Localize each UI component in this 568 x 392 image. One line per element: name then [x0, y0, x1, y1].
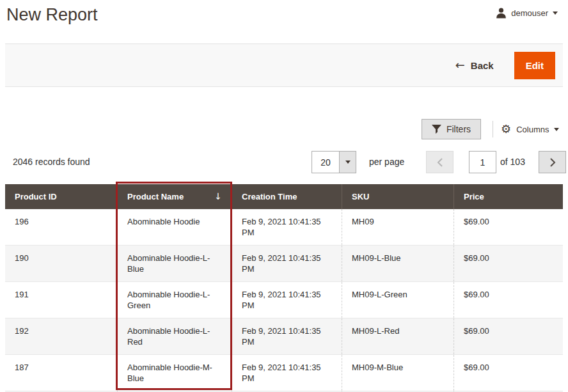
chevron-right-icon — [549, 157, 556, 168]
cell-creation-time: Feb 9, 2021 10:41:35 PM — [232, 209, 342, 245]
per-page-value: 20 — [312, 152, 339, 173]
cell-price: $69.00 — [454, 209, 563, 245]
chevron-left-icon — [437, 157, 443, 168]
column-header-price[interactable]: Price — [454, 184, 563, 209]
cell-price: $69.00 — [454, 318, 563, 354]
columns-label: Columns — [516, 125, 549, 134]
cell-price: $69.00 — [454, 246, 563, 281]
user-name: demouser — [511, 8, 548, 18]
cell-product-id: 192 — [5, 318, 117, 354]
per-page-label: per page — [369, 151, 404, 173]
cell-creation-time: Feb 9, 2021 10:41:35 PM — [232, 282, 342, 318]
products-grid: Product ID Product Name ↓ Creation Time … — [5, 184, 563, 392]
sort-desc-icon: ↓ — [214, 192, 222, 201]
column-header-product-name-label: Product Name — [127, 192, 184, 201]
back-button[interactable]: ← Back — [455, 59, 494, 71]
chevron-down-icon — [345, 161, 351, 164]
user-icon — [496, 8, 507, 19]
back-arrow-icon: ← — [455, 59, 465, 71]
per-page-select[interactable]: 20 — [312, 151, 356, 173]
cell-creation-time: Feb 9, 2021 10:41:35 PM — [232, 318, 342, 354]
table-row: 192 Abominable Hoodie-L-Red Feb 9, 2021 … — [5, 318, 563, 355]
filters-button-label: Filters — [446, 124, 471, 134]
page-title: New Report — [6, 5, 98, 25]
cell-product-id: 196 — [5, 209, 117, 245]
current-page-input[interactable] — [469, 151, 496, 173]
cell-sku: MH09-L-Green — [342, 282, 454, 318]
columns-control[interactable]: ⚙ Columns — [501, 119, 559, 139]
cell-price: $69.00 — [454, 282, 563, 318]
previous-page-button[interactable] — [426, 151, 454, 173]
edit-button[interactable]: Edit — [514, 52, 555, 79]
chevron-down-icon — [554, 128, 559, 131]
cell-product-id: 187 — [5, 355, 117, 391]
cell-product-id: 191 — [5, 282, 117, 318]
filters-button[interactable]: Filters — [422, 119, 481, 139]
table-row: 187 Abominable Hoodie-M-Blue Feb 9, 2021… — [5, 355, 563, 391]
cell-sku: MH09 — [342, 209, 454, 245]
grid-header-row: Product ID Product Name ↓ Creation Time … — [5, 184, 563, 209]
column-header-sku[interactable]: SKU — [342, 184, 454, 209]
cell-sku: MH09-L-Blue — [342, 246, 454, 281]
total-pages-label: of 103 — [500, 151, 525, 173]
cell-sku: MH09-M-Blue — [342, 355, 454, 391]
next-page-button[interactable] — [539, 151, 566, 173]
table-row: 191 Abominable Hoodie-L-Green Feb 9, 202… — [5, 282, 563, 318]
cell-product-name: Abominable Hoodie-L-Blue — [117, 246, 232, 281]
column-header-product-name[interactable]: Product Name ↓ — [117, 184, 232, 209]
pagination-bar: 20 per page of 103 — [0, 151, 568, 173]
user-menu[interactable]: demouser — [496, 8, 558, 19]
table-row: 190 Abominable Hoodie-L-Blue Feb 9, 2021… — [5, 246, 563, 282]
column-header-product-id[interactable]: Product ID — [5, 184, 117, 209]
funnel-icon — [432, 125, 441, 134]
action-toolbar: ← Back Edit — [5, 43, 563, 87]
gear-icon: ⚙ — [501, 123, 511, 135]
cell-price: $69.00 — [454, 355, 563, 391]
cell-product-name: Abominable Hoodie — [117, 209, 232, 245]
cell-creation-time: Feb 9, 2021 10:41:35 PM — [232, 355, 342, 391]
cell-sku: MH09-L-Red — [342, 318, 454, 354]
cell-product-name: Abominable Hoodie-L-Red — [117, 318, 232, 354]
column-header-creation-time[interactable]: Creation Time — [232, 184, 342, 209]
divider — [493, 121, 493, 137]
chevron-down-icon — [553, 12, 558, 15]
cell-product-name: Abominable Hoodie-L-Green — [117, 282, 232, 318]
cell-product-name: Abominable Hoodie-M-Blue — [117, 355, 232, 391]
back-button-label: Back — [471, 60, 494, 71]
table-row: 196 Abominable Hoodie Feb 9, 2021 10:41:… — [5, 209, 563, 246]
select-caret — [339, 152, 356, 173]
cell-product-id: 190 — [5, 246, 117, 281]
cell-creation-time: Feb 9, 2021 10:41:35 PM — [232, 246, 342, 281]
new-report-page: New Report demouser ← Back Edit Filters … — [0, 0, 568, 392]
